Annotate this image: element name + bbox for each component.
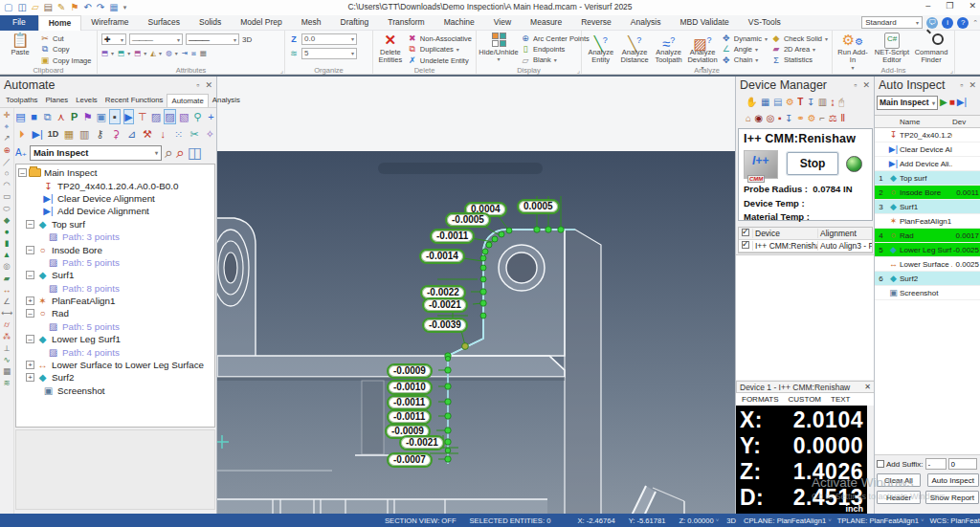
tab-formats[interactable]: FORMATS — [742, 395, 779, 404]
expander-icon[interactable] — [26, 271, 34, 279]
gear-icon[interactable]: ⚙ — [786, 97, 794, 108]
tab-reverse[interactable]: Reverse — [571, 15, 621, 31]
tree-item[interactable]: ◆Surf2 — [18, 371, 214, 384]
tree-item[interactable]: ↧TP20_4x40.1.20.4.A0.0-B0.0 — [18, 179, 214, 191]
tree-item[interactable]: ▨Path: 5 points — [18, 256, 214, 269]
deviation-callout[interactable]: 0.0005 — [517, 199, 560, 214]
tab-measure[interactable]: Measure — [521, 15, 571, 31]
chain-button[interactable]: ✥Chain▾ — [722, 55, 768, 65]
tab-mbd-validate[interactable]: MBD Validate — [671, 15, 739, 31]
tolerance-icon[interactable]: ⊤ — [137, 110, 147, 123]
inspect-row[interactable]: ↧TP20_4x40.1.20... — [875, 128, 980, 143]
align-icon[interactable]: ⚖ — [829, 113, 837, 124]
select-all-checkbox[interactable] — [742, 229, 749, 236]
probe2-icon[interactable]: ↧ — [785, 113, 792, 124]
graphics-viewport[interactable]: Front z x — [217, 151, 735, 527]
duplicates-button[interactable]: ⧉Duplicates▾ — [408, 44, 472, 55]
settings-icon[interactable]: ⚙ — [808, 113, 816, 124]
tab-surfaces[interactable]: Surfaces — [139, 15, 190, 31]
deviation-callout[interactable]: -0.0021 — [399, 435, 445, 450]
tree-item[interactable]: ▣Screenshot — [18, 384, 214, 397]
mode-3d-status[interactable]: 3D — [726, 516, 736, 525]
close-dro-icon[interactable]: ✕ — [864, 383, 871, 391]
inspection-plan-select[interactable]: Main Inspect▾ — [30, 145, 162, 161]
strip-align-icon[interactable]: ✛ — [3, 111, 10, 120]
hatch-icon[interactable]: ▨ — [150, 110, 161, 123]
report-icon[interactable]: ▤ — [15, 110, 26, 123]
text-icon[interactable]: T — [797, 97, 803, 108]
material-select[interactable]: ◭▾ — [150, 48, 162, 58]
one-d-icon[interactable]: 1D — [47, 127, 59, 141]
surface-color-select[interactable]: ⬒▾ — [134, 48, 146, 58]
deviation-callout[interactable]: -0.0011 — [430, 229, 475, 244]
device-row[interactable]: I++ CMM:Renishaw Auto Align3 - Plan... — [739, 240, 872, 253]
record-icon[interactable]: ◎ — [767, 113, 775, 124]
laser-icon[interactable]: ⌐ — [819, 113, 825, 124]
angle-button[interactable]: ∠Angle▾ — [722, 44, 768, 54]
tab-analysis-panel[interactable]: Analysis — [209, 94, 244, 107]
target-icon[interactable]: ⚳ — [109, 127, 122, 141]
link-icon[interactable]: ⚭ — [796, 113, 804, 124]
set-attributes-icon[interactable]: ⇥ — [182, 48, 188, 58]
hatch-add-icon[interactable]: ▧ — [179, 110, 189, 123]
inspect-icon[interactable]: ⚷ — [94, 127, 106, 141]
tree-icon[interactable]: ⋏ — [56, 110, 66, 123]
delete-entities-button[interactable]: ✕ Delete Entities — [377, 33, 404, 65]
add-icon[interactable]: + — [206, 110, 216, 123]
analyze-entity-button[interactable]: ╲?Analyze Entity — [586, 33, 615, 65]
deviation-callout[interactable]: -0.0009 — [387, 363, 433, 379]
arc-center-points-button[interactable]: ⊕Arc Center Points — [521, 33, 590, 43]
analyze-distance-button[interactable]: ╲?Analyze Distance — [619, 33, 649, 65]
tab-automate[interactable]: Automate — [167, 94, 208, 107]
tab-mesh[interactable]: Mesh — [292, 15, 331, 31]
wcs-status[interactable]: WCS: PlanFeatAlign1 — [929, 516, 980, 525]
expander-icon[interactable] — [26, 309, 34, 318]
inspect-row[interactable]: ▣Screenshot — [875, 286, 980, 300]
cut-button[interactable]: ✂Cut — [40, 33, 91, 43]
strip-axis-icon[interactable]: ⟂ — [4, 344, 10, 353]
measure-grid-icon[interactable]: ▥ — [78, 127, 91, 141]
tools-icon[interactable]: ⚒ — [141, 127, 153, 141]
drop-icon[interactable]: ↓ — [157, 127, 169, 141]
expander-icon[interactable] — [18, 168, 27, 177]
tab-drafting[interactable]: Drafting — [331, 15, 379, 31]
run-icon[interactable]: ⏵ — [15, 127, 28, 141]
tree-item[interactable]: ▨Path: 5 points — [18, 320, 214, 333]
restore-button[interactable]: ❐ — [946, 1, 953, 11]
strip-ellipse-icon[interactable]: ⬭ — [3, 205, 10, 213]
style-selector[interactable]: Standard▾ — [861, 16, 923, 29]
temp-icon[interactable]: ↨ — [831, 97, 835, 108]
wire-color-select[interactable]: ⬒▾ — [101, 48, 114, 58]
copy-tree-icon[interactable]: ⧉ — [42, 110, 53, 123]
stop-button[interactable]: Stop — [787, 152, 838, 175]
tree-item[interactable]: ▨Path: 4 points — [18, 345, 214, 358]
tab-custom[interactable]: CUSTOM — [789, 395, 822, 404]
header-button[interactable]: Header — [877, 491, 921, 504]
expander-icon[interactable] — [26, 296, 34, 305]
strip-angle-icon[interactable]: ∠ — [3, 297, 11, 306]
close-panel-icon[interactable]: ✕ — [205, 80, 212, 90]
suffix-input[interactable] — [925, 458, 947, 470]
strip-scan-icon[interactable]: ≋ — [3, 379, 10, 387]
strip-cone-icon[interactable]: ▲ — [3, 251, 11, 259]
inspect-row[interactable]: ↔Lower Surface ...0.0025 — [875, 257, 980, 272]
layout-icon[interactable]: ◫ — [188, 143, 202, 162]
shading-select[interactable]: ◍▾ — [166, 48, 178, 58]
tab-machine[interactable]: Machine — [434, 15, 484, 31]
home-icon[interactable]: ⌂ — [746, 113, 751, 124]
probe-flag-icon[interactable]: ⚑ — [82, 110, 93, 123]
strip-pattern-icon[interactable]: ⁂ — [3, 333, 11, 341]
step-plan-icon[interactable]: ▶| — [957, 96, 967, 109]
report-icon[interactable]: ▤ — [773, 97, 782, 108]
strip-cylinder-icon[interactable]: ▮ — [5, 239, 10, 248]
inspection-plan-select[interactable]: Main Inspect▾ — [877, 96, 938, 110]
deviation-callout[interactable]: -0.0039 — [422, 318, 468, 333]
pin-icon[interactable]: ▫ — [960, 80, 963, 90]
tree-item[interactable]: ▨Path: 3 points — [18, 231, 214, 243]
strip-circle-icon[interactable]: ○ — [4, 169, 9, 178]
search-icon[interactable]: ⌕ — [165, 144, 173, 162]
tplane-status[interactable]: TPLANE: PlanFeatAlign1 — [837, 516, 919, 525]
probe-icon[interactable]: ↧ — [807, 97, 814, 108]
strip-gdt-icon[interactable]: ⌭ — [4, 320, 10, 329]
inspect-row[interactable]: 6◆Surf2 — [875, 272, 980, 286]
